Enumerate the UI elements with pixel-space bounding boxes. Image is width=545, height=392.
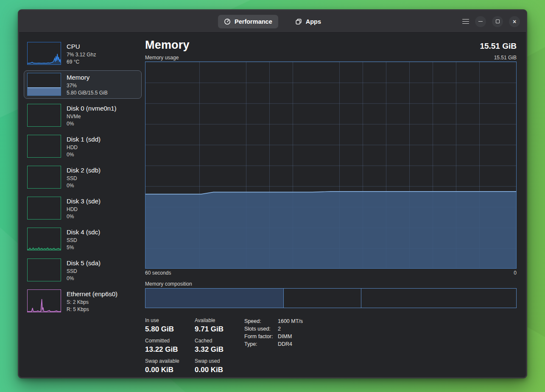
sidebar-item-title: Disk 3 (sde) bbox=[67, 197, 101, 205]
memory-stats: In use5.80 GiBAvailable9.71 GiBCommitted… bbox=[145, 317, 244, 378]
sidebar-item-line1: HDD bbox=[67, 144, 101, 151]
app-window: Performance Apps × CPU 7% 3.12 Ghz 69 °C bbox=[18, 9, 527, 378]
sidebar-item-disk4[interactable]: Disk 4 (sdc) SSD 5% bbox=[24, 225, 142, 253]
view-tabs: Performance Apps bbox=[19, 15, 526, 28]
composition-segment-3 bbox=[361, 289, 516, 308]
sidebar-item-title: Disk 2 (sdb) bbox=[67, 166, 101, 174]
x-axis-left-label: 60 seconds bbox=[145, 270, 171, 276]
tab-performance-label: Performance bbox=[235, 18, 272, 25]
composition-title: Memory composition bbox=[145, 281, 517, 287]
memory-panel: Memory 15.51 GiB Memory usage 15.51 GiB … bbox=[145, 33, 526, 377]
sidebar-item-disk0[interactable]: Disk 0 (nvme0n1) NVMe 0% bbox=[24, 101, 142, 130]
sidebar-item-line2: 0% bbox=[67, 213, 101, 220]
stat-in-use: In use5.80 GiB bbox=[145, 317, 195, 334]
sidebar-item-disk5[interactable]: Disk 5 (sda) SSD 0% bbox=[24, 256, 142, 284]
sidebar-item-disk3[interactable]: Disk 3 (sde) HDD 0% bbox=[24, 194, 142, 222]
sidebar-item-line1: SSD bbox=[67, 175, 101, 182]
stat-committed: Committed13.22 GiB bbox=[145, 338, 195, 354]
maximize-icon bbox=[496, 19, 500, 23]
stat-value: 9.71 GiB bbox=[195, 325, 244, 334]
tab-performance[interactable]: Performance bbox=[218, 15, 278, 28]
memory-header: Memory 15.51 GiB bbox=[145, 39, 517, 52]
sidebar-item-line1: NVMe bbox=[67, 113, 117, 120]
maximize-button[interactable] bbox=[492, 16, 503, 27]
stat-label: Available bbox=[195, 317, 244, 323]
stat-label: In use bbox=[145, 317, 195, 323]
sidebar-item-cpu[interactable]: CPU 7% 3.12 Ghz 69 °C bbox=[24, 39, 142, 68]
memory-stats-section: In use5.80 GiBAvailable9.71 GiBCommitted… bbox=[145, 317, 517, 378]
usage-graph-max-label: 15.51 GiB bbox=[494, 55, 517, 61]
sidebar-item-line2: 0% bbox=[67, 151, 101, 158]
minimize-icon bbox=[478, 21, 483, 22]
memory-usage-area-chart bbox=[145, 62, 516, 268]
window-controls: × bbox=[462, 16, 520, 27]
sidebar-item-disk1[interactable]: Disk 1 (sdd) HDD 0% bbox=[24, 132, 142, 161]
sidebar-item-line2: 0% bbox=[67, 120, 117, 128]
stat-label: Swap available bbox=[145, 358, 195, 364]
stat-value: 0.00 KiB bbox=[145, 366, 195, 374]
stat-value: 0.00 KiB bbox=[195, 366, 244, 374]
sidebar-item-line1: HDD bbox=[67, 206, 101, 213]
sidebar-item-line2: 5.80 GiB/15.5 GiB bbox=[67, 89, 108, 97]
detail-value-type: DDR4 bbox=[278, 341, 303, 347]
detail-label-slots-used: Slots used: bbox=[244, 326, 278, 332]
detail-value-speed: 1600 MT/s bbox=[278, 318, 303, 324]
sparkline-chart bbox=[28, 42, 61, 64]
stat-label: Swap used bbox=[195, 358, 244, 364]
tab-apps-label: Apps bbox=[306, 18, 321, 25]
sidebar: CPU 7% 3.12 Ghz 69 °C Memory 37% 5.80 Gi… bbox=[19, 33, 145, 377]
sidebar-item-line2: 69 °C bbox=[67, 58, 96, 66]
sidebar-item-line1: 7% 3.12 Ghz bbox=[67, 51, 96, 58]
memory-mini-fill bbox=[28, 87, 61, 95]
memory-usage-graph bbox=[145, 61, 517, 269]
memory-hardware-details: Speed:1600 MT/sSlots used:2Form factor:D… bbox=[244, 317, 303, 378]
minimize-button[interactable] bbox=[475, 16, 486, 27]
sidebar-item-title: Disk 0 (nvme0n1) bbox=[67, 104, 117, 112]
disk5-mini-graph bbox=[27, 259, 61, 281]
menu-icon[interactable] bbox=[462, 17, 469, 26]
x-axis-right-label: 0 bbox=[514, 270, 517, 276]
window-content: CPU 7% 3.12 Ghz 69 °C Memory 37% 5.80 Gi… bbox=[19, 33, 526, 377]
performance-gauge-icon bbox=[224, 18, 231, 25]
disk0-mini-graph bbox=[27, 104, 61, 127]
detail-value-slots-used: 2 bbox=[278, 326, 303, 332]
sparkline-chart bbox=[28, 228, 61, 250]
stat-cached: Cached3.32 GiB bbox=[195, 338, 244, 354]
sidebar-item-line2: 0% bbox=[67, 182, 101, 189]
cpu-mini-graph bbox=[27, 42, 61, 65]
stat-value: 13.22 GiB bbox=[145, 345, 195, 354]
sidebar-item-line2: 5% bbox=[67, 244, 100, 251]
sidebar-item-line2: R: 5 Kbps bbox=[67, 306, 117, 313]
titlebar: Performance Apps × bbox=[19, 11, 526, 33]
sidebar-item-title: Memory bbox=[67, 73, 108, 81]
stat-swap-available: Swap available0.00 KiB bbox=[145, 358, 195, 374]
detail-label-type: Type: bbox=[244, 341, 278, 347]
stat-swap-used: Swap used0.00 KiB bbox=[195, 358, 244, 374]
tab-apps[interactable]: Apps bbox=[289, 15, 327, 28]
disk2-mini-graph bbox=[27, 166, 61, 189]
close-icon: × bbox=[513, 19, 516, 25]
disk4-mini-graph bbox=[27, 228, 61, 250]
sidebar-item-line1: SSD bbox=[67, 237, 100, 244]
ethernet-mini-graph bbox=[27, 289, 61, 312]
usage-graph-labels: Memory usage 15.51 GiB bbox=[145, 55, 517, 61]
sidebar-item-line1: S: 2 Kbps bbox=[67, 299, 117, 306]
composition-segment-1 bbox=[145, 289, 283, 308]
disk3-mini-graph bbox=[27, 197, 61, 220]
usage-graph-title: Memory usage bbox=[145, 55, 179, 61]
stat-label: Cached bbox=[195, 338, 244, 344]
sidebar-item-memory[interactable]: Memory 37% 5.80 GiB/15.5 GiB bbox=[24, 70, 142, 99]
sidebar-item-line1: SSD bbox=[67, 268, 101, 275]
sidebar-item-line2: 0% bbox=[67, 275, 101, 282]
detail-value-form-factor: DIMM bbox=[278, 334, 303, 339]
stat-label: Committed bbox=[145, 338, 195, 344]
sidebar-item-title: Disk 4 (sdc) bbox=[67, 228, 100, 236]
sidebar-item-ethernet[interactable]: Ethernet (enp6s0) S: 2 Kbps R: 5 Kbps bbox=[24, 287, 142, 315]
sidebar-item-title: Disk 5 (sda) bbox=[67, 259, 101, 267]
memory-mini-graph bbox=[27, 73, 61, 96]
stat-value: 3.32 GiB bbox=[195, 345, 244, 354]
page-title: Memory bbox=[145, 39, 190, 52]
close-button[interactable]: × bbox=[509, 16, 520, 27]
sparkline-chart bbox=[28, 290, 61, 312]
sidebar-item-disk2[interactable]: Disk 2 (sdb) SSD 0% bbox=[24, 163, 142, 192]
